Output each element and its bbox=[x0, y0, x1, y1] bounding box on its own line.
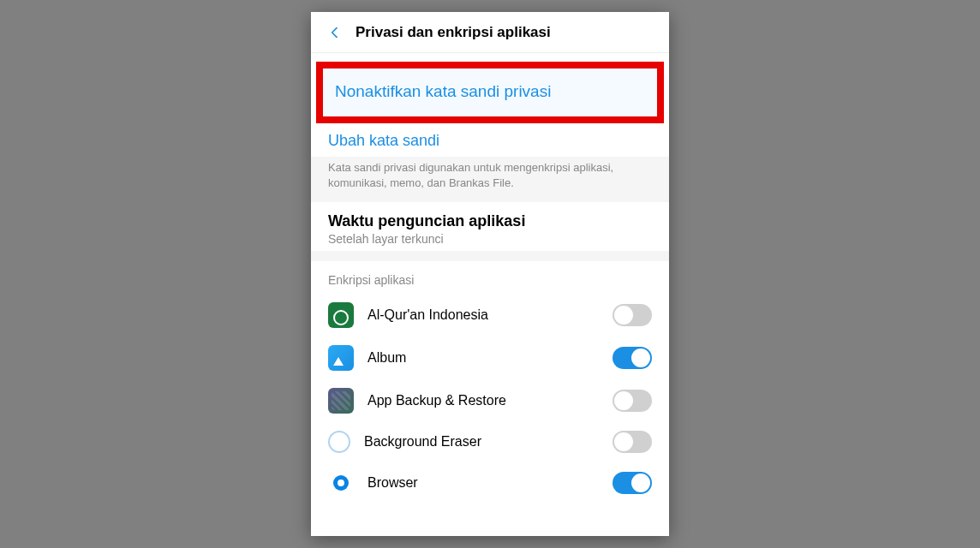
app-toggle[interactable] bbox=[612, 390, 652, 412]
app-label: Album bbox=[368, 350, 612, 366]
toggle-knob bbox=[614, 432, 633, 451]
page-title: Privasi dan enkripsi aplikasi bbox=[356, 24, 551, 41]
app-row: Al-Qur'an Indonesia bbox=[311, 294, 669, 337]
app-icon bbox=[328, 345, 354, 371]
app-toggle[interactable] bbox=[612, 472, 652, 494]
app-row: Browser bbox=[311, 462, 669, 504]
lock-time-subtitle: Setelah layar terkunci bbox=[328, 232, 652, 246]
change-password-label: Ubah kata sandi bbox=[328, 132, 439, 149]
lock-time-title: Waktu penguncian aplikasi bbox=[328, 212, 652, 230]
app-label: Background Eraser bbox=[364, 434, 612, 450]
app-icon bbox=[328, 431, 350, 453]
toggle-knob bbox=[614, 391, 633, 410]
disable-password-label: Nonaktifkan kata sandi privasi bbox=[335, 82, 551, 100]
app-list: Al-Qur'an IndonesiaAlbumApp Backup & Res… bbox=[311, 294, 669, 504]
disable-password-row-highlighted[interactable]: Nonaktifkan kata sandi privasi bbox=[316, 62, 664, 123]
app-toggle[interactable] bbox=[612, 431, 652, 453]
toggle-knob bbox=[631, 474, 650, 492]
toggle-knob bbox=[631, 348, 650, 367]
change-password-row[interactable]: Ubah kata sandi bbox=[311, 123, 669, 157]
app-toggle[interactable] bbox=[612, 347, 652, 369]
app-row: Background Eraser bbox=[311, 422, 669, 462]
app-label: Browser bbox=[368, 475, 612, 491]
app-icon bbox=[328, 302, 354, 328]
app-row: App Backup & Restore bbox=[311, 379, 669, 422]
app-toggle[interactable] bbox=[612, 304, 652, 326]
app-row: Album bbox=[311, 337, 669, 379]
chevron-left-icon bbox=[328, 26, 342, 39]
app-label: Al-Qur'an Indonesia bbox=[368, 307, 612, 323]
app-icon bbox=[328, 470, 354, 496]
password-description-text: Kata sandi privasi digunakan untuk menge… bbox=[328, 160, 652, 190]
app-encryption-header: Enkripsi aplikasi bbox=[311, 261, 669, 294]
app-label: App Backup & Restore bbox=[368, 393, 612, 408]
toggle-knob bbox=[614, 306, 633, 325]
lock-time-row[interactable]: Waktu penguncian aplikasi Setelah layar … bbox=[311, 202, 669, 251]
app-header: Privasi dan enkripsi aplikasi bbox=[311, 12, 669, 53]
back-button[interactable] bbox=[318, 15, 352, 50]
app-icon bbox=[328, 388, 354, 414]
settings-screen: Privasi dan enkripsi aplikasi Nonaktifka… bbox=[311, 12, 669, 536]
section-divider bbox=[311, 251, 669, 261]
password-description: Kata sandi privasi digunakan untuk menge… bbox=[311, 157, 669, 202]
